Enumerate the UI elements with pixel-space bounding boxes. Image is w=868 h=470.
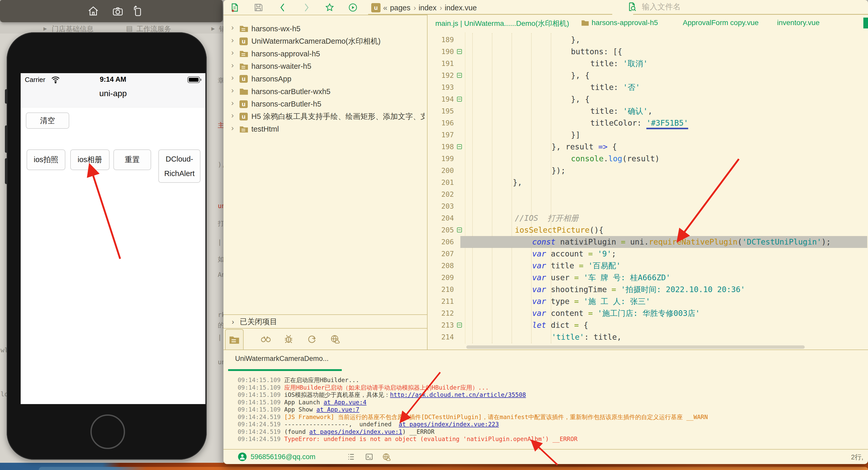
code-line[interactable]: 206const nativiPlugin = uni.requireNativ… <box>438 236 867 248</box>
uni-project-icon: u <box>371 3 380 12</box>
star-icon[interactable] <box>325 3 335 12</box>
code-line[interactable]: 197}] <box>438 129 867 141</box>
outline-icon[interactable] <box>347 453 356 461</box>
dcloud-richalert-button[interactable]: DCloud- RichAlert <box>158 149 200 183</box>
code-line[interactable]: 207var account = '9'; <box>438 248 867 260</box>
rotate-device-icon[interactable] <box>130 4 144 18</box>
code-line[interactable]: 193title: '否' <box>438 82 867 93</box>
run-icon[interactable] <box>348 3 358 12</box>
code-line[interactable]: 198}, result => { <box>438 141 867 153</box>
tree-item[interactable]: ›uUniWatermarkCameraDemo(水印相机) <box>223 35 428 48</box>
home-icon[interactable] <box>87 4 100 18</box>
code-line[interactable]: 204//IOS 打开相册 <box>438 212 867 224</box>
breadcrumb[interactable]: u « pages index index.vue <box>371 3 477 13</box>
code-line[interactable]: 202 <box>438 188 867 200</box>
code-line[interactable]: 211var type = '施 工 人: 张三' <box>438 295 867 307</box>
console-log-line: 09:14:15.109正在启动应用HBuilder... <box>238 376 865 384</box>
code-line[interactable]: 199console.log(result) <box>438 153 867 165</box>
code-line[interactable]: 200}); <box>438 165 867 177</box>
ios-takephoto-button[interactable]: ios拍照 <box>27 149 65 170</box>
reset-button[interactable]: 重置 <box>114 149 151 170</box>
background-window-tabs: ▸ 门店基础信息 ▤ 工作流服务 ▸ 销 <box>0 23 224 34</box>
files-panel-tab[interactable] <box>225 329 244 350</box>
code-line[interactable]: 196titleColor: '#3F51B5' <box>438 117 867 129</box>
code-line[interactable]: 201}, <box>438 177 867 188</box>
code-fold-icon[interactable] <box>457 97 462 101</box>
tree-item[interactable]: ›uharsons-carButler-h5 <box>223 98 428 110</box>
console-log-line: 09:14:15.109App Launch at App.vue:4 <box>238 399 865 406</box>
folder-solid-icon <box>240 88 248 95</box>
search-input[interactable] <box>642 2 810 11</box>
tree-item[interactable]: ›testHtml <box>223 123 428 136</box>
console-tab[interactable]: UniWatermarkCameraDemo... <box>235 355 329 363</box>
editor-tab-main-js[interactable]: main.js | UniWaterma......Demo(水印相机) <box>435 19 569 28</box>
save-icon[interactable] <box>253 3 263 12</box>
console-top-divider[interactable] <box>223 350 868 350</box>
code-line[interactable]: 191title: '取消' <box>438 58 867 69</box>
console-log-line: 09:14:15.109iOS模拟器功能少于真机基座，具体见：http://as… <box>238 391 865 399</box>
code-line[interactable]: 208var title = '百易配' <box>438 260 867 272</box>
console-link[interactable]: at pages/index/index.vue:1 <box>309 429 402 435</box>
horizontal-scrollbar[interactable] <box>466 345 805 349</box>
code-line[interactable]: 194}, { <box>438 93 867 105</box>
tab-overflow-indicator[interactable] <box>863 18 868 28</box>
console-log-line: 09:14:24.519TypeError: undefined is not … <box>238 435 865 443</box>
search-panel-icon[interactable] <box>260 334 272 345</box>
editor-tab-approvalform[interactable]: ApprovalForm copy.vue <box>683 19 759 27</box>
tree-item[interactable]: ›harsons-wx-h5 <box>223 23 428 35</box>
background-window-edge <box>39 467 868 470</box>
code-line[interactable]: 212var content = '施工门店: 华胜专修003店' <box>438 307 867 319</box>
divider <box>223 15 428 15</box>
home-button[interactable] <box>90 414 125 449</box>
clear-button[interactable]: 清空 <box>26 113 69 129</box>
screenshot-camera-icon[interactable] <box>111 4 125 18</box>
code-fold-icon[interactable] <box>457 228 462 232</box>
console-link[interactable]: http://ask.dcloud.net.cn/article/35508 <box>390 391 526 398</box>
chevron-right-icon: › <box>231 36 234 45</box>
web-cloud-icon[interactable] <box>382 453 391 461</box>
new-file-icon[interactable] <box>230 3 240 12</box>
ios-album-button[interactable]: ios相册 <box>70 149 110 170</box>
back-icon[interactable] <box>278 3 287 12</box>
tree-item[interactable]: ›harsons-approval-h5 <box>223 48 428 60</box>
terminal-icon[interactable] <box>365 453 374 461</box>
cloud-panel-icon[interactable] <box>330 334 341 345</box>
debug-panel-icon[interactable] <box>283 334 295 345</box>
code-line[interactable]: 195title: '确认', <box>438 105 867 117</box>
code-fold-icon[interactable] <box>457 144 462 149</box>
publish-panel-icon[interactable] <box>307 334 318 345</box>
tree-item[interactable]: ›harsons-waiter-h5 <box>223 60 428 72</box>
console-link[interactable]: at pages/index/index.vue:223 <box>399 421 499 428</box>
code-fold-icon[interactable] <box>457 49 462 54</box>
console-link[interactable]: at App.vue:7 <box>316 406 359 413</box>
code-line[interactable]: 210var shootingTime = '拍摄时间: 2022.10.10 … <box>438 284 867 295</box>
page-title: uni-app <box>21 89 206 98</box>
console-link[interactable]: at App.vue:4 <box>324 399 367 406</box>
chevron-right-icon: › <box>231 111 234 120</box>
code-line[interactable]: 214'title': title, <box>438 331 867 343</box>
closed-projects-row[interactable]: › 已关闭项目 <box>223 315 428 329</box>
forward-icon[interactable] <box>302 3 311 12</box>
console-log-line: 09:14:24.519[JS Framework] 当前运行的基座不包含原生插… <box>238 413 865 421</box>
account-menu[interactable]: 596856196@qq.com <box>238 452 315 462</box>
tree-item[interactable]: ›harsons-carButler-wxh5 <box>223 85 428 98</box>
file-search[interactable] <box>626 2 810 12</box>
play-icon: ▸ <box>211 24 215 33</box>
code-line[interactable]: 189}, <box>438 34 867 46</box>
tree-item[interactable]: ›uH5 涂鸦白板工具支持手绘、绘画矩形、添加文字、支持... <box>223 110 428 123</box>
code-line[interactable]: 192}, { <box>438 69 867 82</box>
code-line[interactable]: 209var user = '车 牌 号: 桂A666ZD' <box>438 272 867 284</box>
code-line[interactable]: 213let dict = { <box>438 319 867 331</box>
code-line[interactable]: 190buttons: [{ <box>438 46 867 58</box>
explorer-panel-tabs <box>223 329 428 350</box>
status-time: 9:14 AM <box>21 76 206 84</box>
code-line[interactable]: 203 <box>438 200 867 212</box>
editor-tab-harsons-approval[interactable]: harsons-approval-h5 <box>581 19 658 27</box>
code-fold-icon[interactable] <box>457 323 462 328</box>
code-fold-icon[interactable] <box>457 73 462 78</box>
editor-tab-inventory[interactable]: inventory.vue <box>777 19 819 27</box>
code-line[interactable]: 205iosSelectPicture(){ <box>438 224 867 236</box>
tree-item[interactable]: ›uharsonsApp <box>223 72 428 85</box>
collapse-crumb-icon: « <box>383 3 388 12</box>
chevron-right-icon: › <box>231 124 234 133</box>
